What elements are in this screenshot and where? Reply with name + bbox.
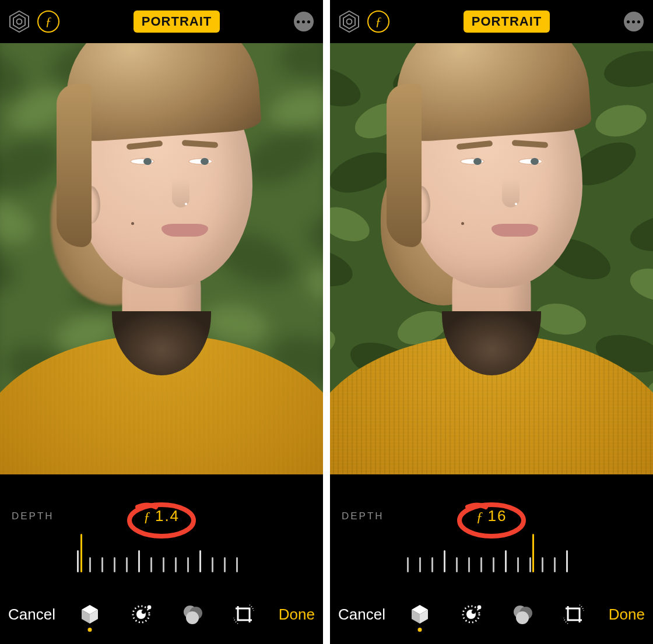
top-left-controls: ƒ <box>339 10 389 33</box>
svg-point-42 <box>347 19 352 24</box>
svg-marker-41 <box>343 15 355 29</box>
photo-subject <box>330 43 653 474</box>
filters-venn-icon <box>511 603 534 626</box>
fvalue-num: 1.4 <box>155 507 180 525</box>
bottom-toolbar: Cancel <box>0 585 323 643</box>
svg-point-81 <box>516 611 529 624</box>
cube-icon <box>78 603 101 626</box>
phone-panel-right: ƒ PORTRAIT <box>330 0 653 644</box>
depth-fvalue: ƒ16 <box>476 507 507 525</box>
mode-pill[interactable]: PORTRAIT <box>134 10 220 33</box>
lighting-hex-button[interactable] <box>9 10 29 33</box>
photo-preview[interactable] <box>0 43 323 474</box>
tool-lighting[interactable] <box>76 597 104 632</box>
f-glyph: ƒ <box>143 509 152 524</box>
svg-point-2 <box>17 19 22 24</box>
active-dot <box>418 628 422 632</box>
depth-ruler[interactable] <box>407 537 576 572</box>
mode-pill[interactable]: PORTRAIT <box>464 10 550 33</box>
tool-crop[interactable] <box>230 597 258 632</box>
lighting-hex-button[interactable] <box>339 10 359 33</box>
adjust-dial-icon <box>459 603 483 626</box>
comparison-wrap: ƒ PORTRAIT <box>0 0 653 644</box>
svg-point-36 <box>148 606 152 610</box>
ellipsis-dot <box>637 20 640 23</box>
svg-point-77 <box>472 610 475 614</box>
cube-icon <box>408 603 431 626</box>
tool-crop[interactable] <box>560 597 588 632</box>
aperture-f-button[interactable]: ƒ <box>37 10 59 33</box>
f-glyph: ƒ <box>45 15 52 28</box>
top-left-controls: ƒ <box>9 10 59 33</box>
filters-venn-icon <box>181 603 204 626</box>
top-bar: ƒ PORTRAIT <box>330 0 653 43</box>
photo-preview[interactable] <box>330 43 653 474</box>
cancel-button[interactable]: Cancel <box>338 606 385 624</box>
ellipsis-dot <box>632 20 635 23</box>
depth-fvalue: ƒ1.4 <box>143 507 180 525</box>
tool-adjust[interactable] <box>457 597 485 632</box>
cancel-button[interactable]: Cancel <box>8 606 55 624</box>
fvalue-num: 16 <box>488 507 507 525</box>
ellipsis-dot <box>297 20 300 23</box>
done-button[interactable]: Done <box>609 606 645 624</box>
more-button[interactable] <box>624 12 644 31</box>
svg-point-35 <box>142 610 145 614</box>
svg-point-39 <box>186 611 199 624</box>
ruler-indicator[interactable] <box>532 534 534 572</box>
active-dot <box>88 628 92 632</box>
tool-icons <box>76 597 258 632</box>
photo-subject <box>0 43 323 474</box>
depth-ruler[interactable] <box>77 537 246 572</box>
more-button[interactable] <box>294 12 314 31</box>
crop-rotate-icon <box>232 603 255 626</box>
hexagon-icon <box>9 10 29 33</box>
tool-filters[interactable] <box>178 597 206 632</box>
ruler-indicator[interactable] <box>80 534 82 572</box>
done-button[interactable]: Done <box>279 606 315 624</box>
bottom-toolbar: Cancel <box>330 585 653 643</box>
depth-section: DEPTH ƒ1.4 <box>0 474 323 585</box>
depth-label: DEPTH <box>12 511 54 522</box>
ellipsis-dot <box>627 20 630 23</box>
top-bar: ƒ PORTRAIT <box>0 0 323 43</box>
adjust-dial-icon <box>129 603 153 626</box>
aperture-f-button[interactable]: ƒ <box>367 10 389 33</box>
tool-icons <box>406 597 588 632</box>
ellipsis-dot <box>302 20 305 23</box>
tool-filters[interactable] <box>508 597 536 632</box>
phone-panel-left: ƒ PORTRAIT <box>0 0 323 644</box>
depth-label: DEPTH <box>342 511 384 522</box>
hexagon-icon <box>339 10 359 33</box>
f-glyph: ƒ <box>375 15 382 28</box>
tool-adjust[interactable] <box>127 597 155 632</box>
svg-point-78 <box>478 606 482 610</box>
crop-rotate-icon <box>562 603 585 626</box>
depth-section: DEPTH ƒ16 <box>330 474 653 585</box>
tool-lighting[interactable] <box>406 597 434 632</box>
f-glyph: ƒ <box>476 509 485 524</box>
svg-marker-1 <box>13 15 25 29</box>
ellipsis-dot <box>307 20 310 23</box>
